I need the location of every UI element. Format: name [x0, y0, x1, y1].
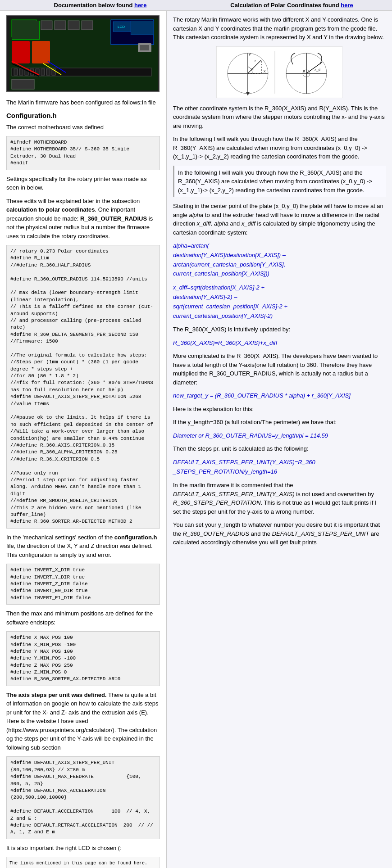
svg-text:R: R	[303, 69, 305, 73]
doc-prefix: Documentation below found	[54, 2, 134, 9]
svg-rect-2	[12, 20, 36, 37]
r360-updated-text: The R_360(X_AXIS) is intuitively updated…	[173, 325, 386, 334]
svg-rect-14	[14, 69, 18, 75]
svg-text:r: r	[255, 59, 256, 63]
svg-text:x_d: x_d	[315, 68, 320, 72]
correct-mb-text: The correct motherboard was defined	[6, 123, 160, 132]
formula-newtarget: new_target_y = (R_360_OUTER_RADIUS * alp…	[173, 391, 386, 400]
svg-rect-8	[55, 21, 66, 30]
lcd-note: It is also important the right LCD is ch…	[6, 844, 160, 853]
svg-rect-24	[12, 79, 34, 89]
right-intro: The rotary Marlin firmware works with tw…	[173, 15, 386, 42]
y-length-note: You can set your y_length to whatever nu…	[173, 520, 386, 547]
formula-diameter: Diameter or R_360_OUTER_RADIUS=y_length/…	[173, 431, 386, 440]
coord-diagram: x y α r	[216, 46, 342, 98]
doc-link[interactable]: here	[134, 2, 146, 9]
code-motherboard: #ifndef MOTHERBOARD #define MOTHERBOARD …	[6, 136, 160, 170]
left-column: LCD	[0, 11, 167, 868]
svg-text:y: y	[249, 52, 251, 56]
code-axis: #define DEFAULT_AXIS_STEPS_PER_UNIT {80,…	[6, 756, 160, 839]
config-header: Configuration.h	[6, 112, 160, 119]
main-content: LCD	[0, 11, 392, 868]
svg-rect-20	[46, 69, 50, 75]
right-column: The rotary Marlin firmware works with tw…	[167, 11, 392, 868]
svg-rect-3	[14, 22, 34, 34]
marlin-comment: In the marlin firmware it is commented t…	[173, 481, 386, 516]
svg-text:x: x	[264, 69, 266, 73]
formula-alpha: alpha=arctan( destination[Y_AXIS]/destin…	[173, 241, 386, 279]
mechanical-note: In the 'mechanical settings' section of …	[6, 533, 160, 560]
formula-r360x: R_360(X_AXIS)=R_360(X_AXIS)+x_diff	[173, 339, 386, 348]
formula-steps: DEFAULT_AXIS_STEPS_PER_UNIT(Y_AXIS)=R_36…	[173, 458, 386, 477]
links-block: The links mentioned in this page can be …	[6, 857, 160, 868]
code-endstops: #define X_MAX_POS 100 #define X_MIN_POS …	[6, 631, 160, 686]
svg-rect-10	[82, 21, 93, 30]
svg-rect-19	[41, 69, 45, 75]
svg-rect-9	[68, 21, 79, 30]
walk-through-box-text: In the following I will walk you through…	[178, 168, 386, 195]
other-coord: The other coordinate system is the R_360…	[173, 104, 386, 131]
walk-through: In the following I will walk you through…	[173, 135, 386, 161]
calc-link[interactable]: here	[341, 2, 353, 9]
svg-rect-12	[32, 41, 50, 63]
endstops-note: Then the max and minimum positions are d…	[6, 609, 160, 627]
svg-rect-7	[41, 21, 52, 30]
intro-text: The Marlin firmware has been configured …	[6, 98, 160, 107]
walk-through-box: In the following I will walk you through…	[173, 166, 386, 198]
formula-xdiff: x_diff=sqrt(destination[X_AXIS]-2 + dest…	[173, 283, 386, 321]
axis-note: The axis steps per unit was defined. The…	[6, 691, 160, 752]
steps-pr: Then the steps pr. unit is calculated as…	[173, 444, 386, 453]
code-invert: #define INVERT_X_DIR true #define INVERT…	[6, 564, 160, 605]
settings-note: Settings specifically for the rotary pri…	[6, 175, 160, 192]
explanation-note: Here is the explanation for this:	[173, 405, 386, 414]
svg-rect-15	[19, 69, 23, 75]
left-title: Documentation below found here	[5, 2, 196, 9]
svg-rect-11	[12, 41, 30, 63]
coord-diagram-container: x y α r	[173, 46, 386, 99]
svg-text:LCD: LCD	[118, 25, 125, 29]
right-title: Calculation of Polar Coordinates found h…	[196, 2, 387, 9]
edits-note: These edits will be explained later in t…	[6, 197, 160, 241]
starting-center: Starting in the center point of the plat…	[173, 202, 386, 237]
calc-prefix: Calculation of Polar Coordinates found	[230, 2, 341, 9]
code-rotary: // rotary 0.273 Polar coordinates #defin…	[6, 245, 160, 529]
top-bar: Documentation below found here Calculati…	[0, 0, 392, 11]
svg-rect-23	[140, 45, 149, 50]
if-y-length: If the y_length=360 (a full rotation/The…	[173, 418, 386, 427]
more-complicated: More complicated is the R_360(X_AXIS). T…	[173, 352, 386, 387]
board-image: LCD	[6, 15, 160, 92]
svg-rect-29	[216, 46, 342, 98]
